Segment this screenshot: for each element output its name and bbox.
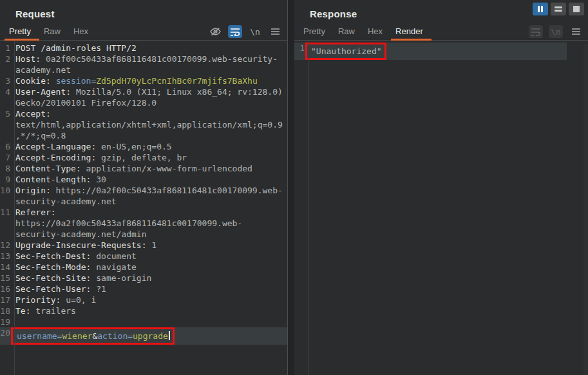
line-number: 17 xyxy=(0,294,12,305)
code-line[interactable]: 4User-Agent: Mozilla/5.0 (X11; Linux x86… xyxy=(0,86,287,108)
pause-button[interactable] xyxy=(533,3,548,15)
line-number: 15 xyxy=(0,273,12,284)
code-line[interactable]: 1"Unauthorized" xyxy=(294,43,567,60)
line-text: Priority: u=0, i xyxy=(12,294,287,305)
response-menu-icon[interactable] xyxy=(569,25,583,38)
red-annotation-box: username=wiener&action=upgrade xyxy=(11,327,175,345)
line-number: 13 xyxy=(0,251,12,262)
tab-raw[interactable]: Raw xyxy=(39,23,69,40)
line-number: 5 xyxy=(0,108,12,141)
line-number: 18 xyxy=(0,305,12,316)
code-line[interactable]: 20username=wiener&action=upgrade xyxy=(0,327,287,345)
word-wrap-icon[interactable] xyxy=(529,25,543,38)
code-line[interactable]: 6Accept-Language: en-US,en;q=0.5 xyxy=(0,141,287,152)
line-number: 10 xyxy=(0,185,12,207)
line-text: username=wiener&action=upgrade xyxy=(12,327,287,345)
text-caret xyxy=(169,331,170,340)
response-editor[interactable]: 1"Unauthorized" xyxy=(294,41,588,375)
line-text: Host: 0a2f00c50433af868116481c00170099.w… xyxy=(12,53,287,75)
code-line[interactable]: 7Accept-Encoding: gzip, deflate, br xyxy=(0,152,287,163)
show-newlines-icon[interactable]: \n xyxy=(549,25,563,38)
tab-raw[interactable]: Raw xyxy=(334,23,363,40)
layout-buttons xyxy=(533,3,584,15)
code-line[interactable]: 14Sec-Fetch-Mode: navigate xyxy=(0,262,287,273)
line-number: 19 xyxy=(0,316,12,327)
response-editor-toolbar: \n xyxy=(529,23,588,40)
red-annotation-box: "Unauthorized" xyxy=(305,43,386,60)
code-line[interactable]: 9Content-Length: 30 xyxy=(0,174,287,185)
line-number: 6 xyxy=(0,141,12,152)
line-number: 2 xyxy=(0,53,12,75)
response-scrollbar[interactable] xyxy=(583,44,588,375)
tab-render[interactable]: Render xyxy=(391,23,432,40)
panel-divider[interactable] xyxy=(288,0,294,375)
line-number: 11 xyxy=(0,207,12,240)
code-line[interactable]: 16Sec-Fetch-User: ?1 xyxy=(0,284,287,294)
line-text: Content-Length: 30 xyxy=(12,174,287,185)
line-text: Referer: https://0a2f00c50433af868116481… xyxy=(12,207,287,240)
line-number: 20 xyxy=(0,327,12,345)
word-wrap-icon[interactable] xyxy=(228,25,242,38)
code-line[interactable]: 10Origin: https://0a2f00c50433af86811648… xyxy=(0,185,287,207)
line-number: 8 xyxy=(0,163,12,174)
code-line[interactable]: 12Upgrade-Insecure-Requests: 1 xyxy=(0,240,287,251)
line-number: 9 xyxy=(0,174,12,185)
code-line[interactable]: 15Sec-Fetch-Site: same-origin xyxy=(0,273,287,284)
code-line[interactable]: 5Accept: text/html,application/xhtml+xml… xyxy=(0,108,287,141)
line-text: Cookie: session=Zd5pdH70yLcPcnIhBc0r7mji… xyxy=(12,75,287,86)
line-number: 7 xyxy=(0,152,12,163)
repeater-window: Request PrettyRawHex xyxy=(0,0,588,375)
code-line[interactable]: 3Cookie: session=Zd5pdH70yLcPcnIhBc0r7mj… xyxy=(0,75,287,86)
line-text: Accept-Encoding: gzip, deflate, br xyxy=(12,152,287,163)
line-text: Content-Type: application/x-www-form-url… xyxy=(12,163,287,174)
tab-hex[interactable]: Hex xyxy=(363,23,391,40)
split-horizontal-button[interactable] xyxy=(551,3,566,15)
request-editor[interactable]: 1POST /admin-roles HTTP/22Host: 0a2f00c5… xyxy=(0,41,287,375)
hide-nonprinting-icon[interactable] xyxy=(208,25,222,38)
line-text: User-Agent: Mozilla/5.0 (X11; Linux x86_… xyxy=(12,86,287,108)
line-text xyxy=(12,316,287,327)
line-text: Sec-Fetch-Mode: navigate xyxy=(12,262,287,273)
line-text: "Unauthorized" xyxy=(306,43,567,60)
line-number: 4 xyxy=(0,86,12,108)
show-newlines-icon[interactable]: \n xyxy=(248,25,262,38)
line-number: 1 xyxy=(294,43,306,60)
line-text: Sec-Fetch-Dest: document xyxy=(12,251,287,262)
code-line[interactable]: 13Sec-Fetch-Dest: document xyxy=(0,251,287,262)
code-line[interactable]: 18Te: trailers xyxy=(0,305,287,316)
line-text: Sec-Fetch-Site: same-origin xyxy=(12,273,287,284)
line-number: 1 xyxy=(0,43,12,53)
tab-pretty[interactable]: Pretty xyxy=(5,23,39,40)
code-line[interactable]: 19 xyxy=(0,316,287,327)
line-text: Origin: https://0a2f00c50433af868116481c… xyxy=(12,185,287,207)
line-text: Upgrade-Insecure-Requests: 1 xyxy=(12,240,287,251)
line-number: 3 xyxy=(0,75,12,86)
line-text: Sec-Fetch-User: ?1 xyxy=(12,284,287,294)
request-panel-title: Request xyxy=(0,0,287,23)
request-menu-icon[interactable] xyxy=(268,25,282,38)
code-line[interactable]: 17Priority: u=0, i xyxy=(0,294,287,305)
code-line[interactable]: 2Host: 0a2f00c50433af868116481c00170099.… xyxy=(0,53,287,75)
line-text: Accept-Language: en-US,en;q=0.5 xyxy=(12,141,287,152)
request-editor-toolbar: \n xyxy=(208,23,287,40)
code-line[interactable]: 11Referer: https://0a2f00c50433af8681164… xyxy=(0,207,287,240)
response-tabbar: PrettyRawHexRender \n xyxy=(294,23,588,41)
code-line[interactable]: 1POST /admin-roles HTTP/2 xyxy=(0,43,287,53)
line-number: 14 xyxy=(0,262,12,273)
response-panel: Response PrettyRawHexRender \n xyxy=(294,0,588,375)
line-text: Accept: text/html,application/xhtml+xml,… xyxy=(12,108,287,141)
request-tabbar: PrettyRawHex xyxy=(0,23,287,41)
line-number: 16 xyxy=(0,284,12,294)
code-line[interactable]: 8Content-Type: application/x-www-form-ur… xyxy=(0,163,287,174)
maximize-button[interactable] xyxy=(569,3,584,15)
tab-hex[interactable]: Hex xyxy=(69,23,97,40)
line-text: Te: trailers xyxy=(12,305,287,316)
line-text: POST /admin-roles HTTP/2 xyxy=(12,43,287,53)
line-number: 12 xyxy=(0,240,12,251)
request-panel: Request PrettyRawHex xyxy=(0,0,288,375)
tab-pretty[interactable]: Pretty xyxy=(299,23,334,40)
